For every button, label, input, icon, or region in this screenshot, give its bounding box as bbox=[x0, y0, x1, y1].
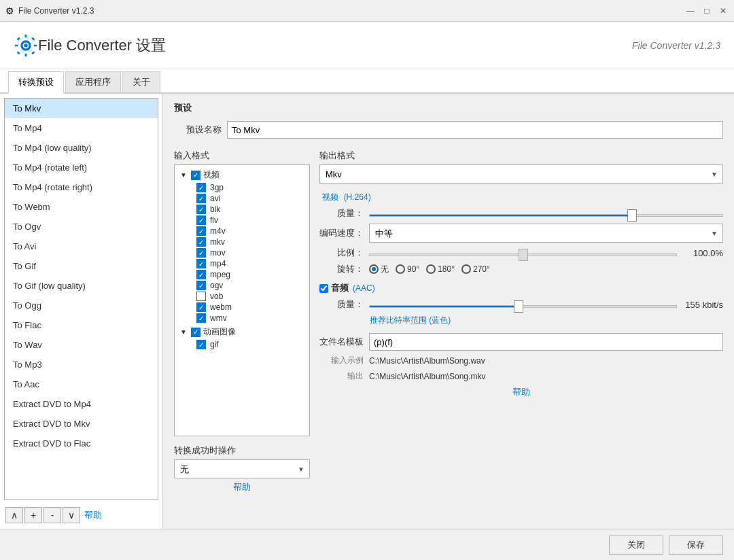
svg-rect-7 bbox=[31, 51, 35, 54]
quality-slider[interactable] bbox=[369, 214, 723, 217]
close-button[interactable]: ✕ bbox=[718, 5, 729, 16]
tree-item-video[interactable]: ogv bbox=[196, 280, 304, 291]
tab-about[interactable]: 关于 bbox=[122, 71, 160, 92]
audio-codec-label: (AAC) bbox=[353, 283, 375, 293]
audio-quality-value: 155 kbit/s bbox=[682, 300, 723, 310]
tree-item-video[interactable]: wmv bbox=[196, 313, 304, 323]
sidebar-item[interactable]: To Aac bbox=[5, 374, 158, 394]
tree-item-video[interactable]: flv bbox=[196, 215, 304, 226]
encoding-speed-select[interactable]: 极快 超快 非常快 更快 快 中等 慢 较慢 非常慢 bbox=[369, 224, 723, 243]
sidebar-item[interactable]: Extract DVD to Mkv bbox=[5, 414, 158, 434]
audio-enable-checkbox[interactable] bbox=[319, 284, 328, 293]
sidebar-item[interactable]: To Avi bbox=[5, 237, 158, 256]
action-select[interactable]: 无 打开文件夹 删除源文件 bbox=[174, 459, 310, 478]
sidebar-item[interactable]: To Mp4 bbox=[5, 118, 158, 138]
checkbox-avi[interactable] bbox=[196, 194, 206, 203]
sidebar-item[interactable]: To Mp4 (rotate left) bbox=[5, 158, 158, 177]
right-column: 输出格式 Mkv Mp4 Avi Webm Mp3 视频 bbox=[319, 150, 723, 398]
audio-quality-slider[interactable] bbox=[369, 305, 677, 308]
checkbox-wmv[interactable] bbox=[196, 313, 206, 323]
file-template-help-link[interactable]: 帮助 bbox=[319, 386, 723, 398]
sidebar-item[interactable]: Extract DVD to Flac bbox=[5, 434, 158, 453]
sidebar-item[interactable]: To Mkv bbox=[5, 99, 158, 118]
tree-item-video[interactable]: mpeg bbox=[196, 269, 304, 280]
header-gear-icon bbox=[14, 33, 38, 58]
sidebar-item[interactable]: To Wav bbox=[5, 335, 158, 355]
sidebar-down-button[interactable]: ∨ bbox=[63, 507, 80, 523]
output-example-row: 输出 C:\Music\Artist\Album\Song.mkv bbox=[319, 370, 723, 382]
video-title: 视频 (H.264) bbox=[319, 192, 723, 203]
sidebar-list[interactable]: To MkvTo Mp4To Mp4 (low quality)To Mp4 (… bbox=[4, 98, 158, 500]
input-format-label: 输入格式 bbox=[174, 150, 310, 162]
checkbox-mov[interactable] bbox=[196, 248, 206, 258]
close-button-main[interactable]: 关闭 bbox=[609, 536, 663, 555]
checkbox-gif[interactable] bbox=[196, 340, 206, 349]
audio-section: 音频 (AAC) 质量： 155 kbit/s 推荐比特率范围 (蓝色) bbox=[319, 282, 723, 326]
checkbox-webm[interactable] bbox=[196, 302, 206, 312]
sidebar-item[interactable]: To Mp4 (rotate right) bbox=[5, 177, 158, 197]
checkbox-bik[interactable] bbox=[196, 205, 206, 214]
sidebar-remove-button[interactable]: - bbox=[43, 507, 61, 523]
checkbox-m4v[interactable] bbox=[196, 226, 206, 236]
sidebar-item[interactable]: To Ogv bbox=[5, 217, 158, 237]
sidebar-item[interactable]: To Gif bbox=[5, 256, 158, 276]
encoding-speed-select-wrapper: 极快 超快 非常快 更快 快 中等 慢 较慢 非常慢 bbox=[369, 224, 723, 243]
sidebar-up-button[interactable]: ∧ bbox=[5, 507, 23, 523]
sidebar-item[interactable]: To Webm bbox=[5, 197, 158, 217]
rotate-label: 旋转： bbox=[319, 263, 364, 275]
audio-enable-checkbox-label[interactable]: 音频 bbox=[319, 282, 349, 294]
rotate-option-180[interactable]: 180° bbox=[426, 264, 455, 274]
window-controls: — □ ✕ bbox=[685, 5, 729, 16]
checkbox-ogv[interactable] bbox=[196, 281, 206, 290]
audio-quality-label: 质量： bbox=[319, 298, 364, 311]
ratio-slider[interactable] bbox=[369, 253, 677, 256]
sidebar-help-link[interactable]: 帮助 bbox=[84, 509, 102, 521]
output-format-select[interactable]: Mkv Mp4 Avi Webm Mp3 bbox=[319, 164, 723, 183]
checkbox-animation-group[interactable] bbox=[191, 328, 200, 337]
minimize-button[interactable]: — bbox=[685, 5, 696, 16]
checkbox-vob[interactable] bbox=[196, 292, 206, 301]
checkbox-flv[interactable] bbox=[196, 215, 206, 225]
sidebar-item[interactable]: To Gif (low quality) bbox=[5, 276, 158, 296]
tree-item-video[interactable]: 3gp bbox=[196, 182, 304, 193]
checkbox-3gp[interactable] bbox=[196, 183, 206, 192]
tree-item-video[interactable]: mov bbox=[196, 247, 304, 258]
tree-item-video[interactable]: vob bbox=[196, 291, 304, 302]
rotate-option-270[interactable]: 270° bbox=[461, 264, 490, 274]
checkbox-mp4[interactable] bbox=[196, 259, 206, 268]
rotate-radio-270 bbox=[461, 264, 471, 274]
sidebar-item[interactable]: To Flac bbox=[5, 315, 158, 335]
preset-name-row: 预设名称 bbox=[174, 121, 723, 139]
quality-row: 质量： bbox=[319, 207, 723, 220]
rotate-option-none[interactable]: 无 bbox=[369, 264, 389, 275]
rotate-row: 旋转： 无 90° 180 bbox=[319, 263, 723, 275]
tree-parent-animation[interactable]: ▼ 动画图像 bbox=[180, 326, 304, 338]
tree-item-video[interactable]: webm bbox=[196, 302, 304, 313]
quality-slider-container bbox=[369, 209, 723, 219]
maximize-button[interactable]: □ bbox=[701, 5, 712, 16]
save-button-main[interactable]: 保存 bbox=[669, 536, 723, 555]
sidebar-item[interactable]: To Ogg bbox=[5, 296, 158, 315]
tree-group-animation: ▼ 动画图像 gif bbox=[180, 326, 304, 350]
checkbox-video-group[interactable] bbox=[191, 171, 200, 180]
tree-item-video[interactable]: bik bbox=[196, 204, 304, 215]
tree-item-video[interactable]: mp4 bbox=[196, 258, 304, 269]
sidebar-item[interactable]: Extract DVD to Mp4 bbox=[5, 394, 158, 414]
checkbox-mkv[interactable] bbox=[196, 237, 206, 247]
tree-item-video[interactable]: avi bbox=[196, 193, 304, 204]
preset-name-input[interactable] bbox=[227, 121, 723, 139]
tree-parent-video[interactable]: ▼ 视频 bbox=[180, 169, 304, 181]
file-template-input[interactable] bbox=[369, 333, 723, 351]
tree-item-video[interactable]: m4v bbox=[196, 226, 304, 237]
sidebar-add-button[interactable]: + bbox=[24, 507, 42, 523]
output-format-section: 输出格式 Mkv Mp4 Avi Webm Mp3 bbox=[319, 150, 723, 183]
tab-app[interactable]: 应用程序 bbox=[65, 71, 121, 92]
action-help-link[interactable]: 帮助 bbox=[174, 481, 310, 493]
checkbox-mpeg[interactable] bbox=[196, 270, 206, 279]
tree-item-animation[interactable]: gif bbox=[196, 339, 304, 350]
sidebar-item[interactable]: To Mp3 bbox=[5, 355, 158, 374]
sidebar-item[interactable]: To Mp4 (low quality) bbox=[5, 138, 158, 158]
rotate-option-90[interactable]: 90° bbox=[396, 264, 419, 274]
tree-item-video[interactable]: mkv bbox=[196, 237, 304, 247]
tab-convert[interactable]: 转换预设 bbox=[8, 71, 64, 94]
